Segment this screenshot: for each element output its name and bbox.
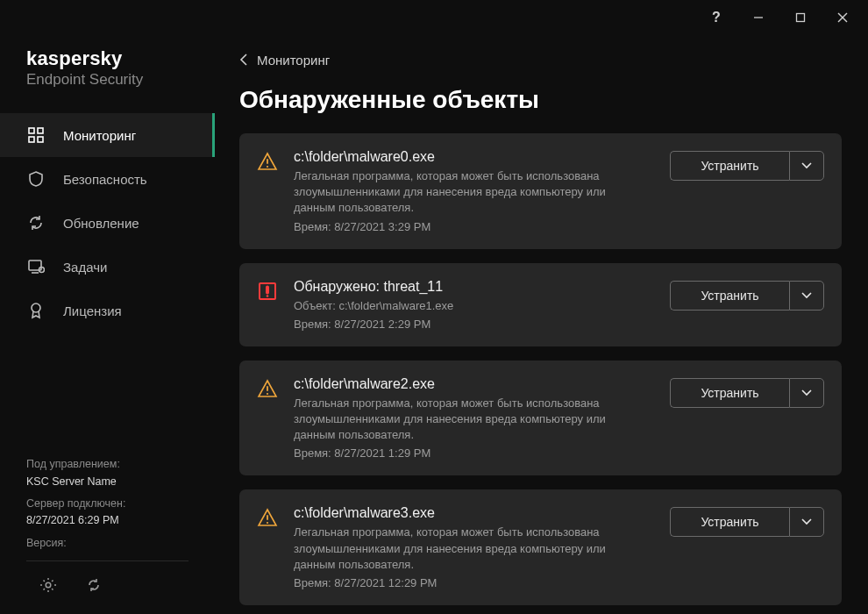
managed-by-value: KSC Server Name	[26, 474, 189, 490]
sidebar-nav: Мониторинг Безопасность Обновление	[0, 113, 215, 332]
threat-time: Время:8/27/2021 12:29 PM	[294, 576, 654, 589]
refresh-icon	[26, 213, 46, 232]
svg-rect-6	[29, 137, 34, 142]
resolve-split-button: Устранить	[670, 378, 824, 408]
severity-icon	[257, 149, 278, 233]
maximize-button[interactable]	[780, 4, 821, 32]
threat-card: c:\folder\malware3.exe Легальная програм…	[239, 489, 842, 605]
chevron-down-icon	[801, 389, 812, 396]
support-button[interactable]	[84, 575, 103, 595]
sidebar-item-label: Безопасность	[63, 172, 147, 187]
sidebar: kaspersky Endpoint Security Мониторинг	[0, 35, 215, 614]
version-label: Версия:	[26, 535, 189, 552]
svg-point-17	[267, 295, 269, 297]
divider	[26, 560, 189, 561]
resolve-dropdown-button[interactable]	[789, 507, 824, 537]
page-title: Обнаруженные объекты	[239, 86, 843, 114]
resolve-split-button: Устранить	[670, 151, 824, 181]
resolve-button[interactable]: Устранить	[670, 151, 789, 181]
close-button[interactable]	[822, 4, 863, 32]
sidebar-info: Под управлением: KSC Server Name Сервер …	[0, 456, 215, 560]
brand-name: kaspersky	[26, 47, 215, 70]
threat-card: c:\folder\malware0.exe Легальная програм…	[239, 133, 842, 249]
resolve-button[interactable]: Устранить	[670, 378, 789, 408]
svg-point-19	[267, 393, 268, 395]
svg-point-11	[32, 303, 40, 312]
resolve-button[interactable]: Устранить	[670, 281, 789, 311]
time-label: Время:	[294, 576, 334, 589]
server-connected-label: Сервер подключен:	[26, 496, 189, 512]
time-label: Время:	[294, 318, 334, 331]
svg-rect-7	[38, 137, 43, 142]
resolve-dropdown-button[interactable]	[789, 378, 824, 408]
svg-rect-4	[29, 128, 34, 133]
threat-time: Время:8/27/2021 1:29 PM	[294, 446, 654, 460]
svg-rect-1	[797, 14, 805, 22]
sidebar-item-update[interactable]: Обновление	[0, 201, 215, 245]
resolve-split-button: Устранить	[670, 281, 824, 311]
threat-title: c:\folder\malware0.exe	[294, 149, 654, 165]
brand-product: Endpoint Security	[26, 71, 215, 89]
svg-rect-13	[267, 159, 268, 164]
sidebar-item-label: Задачи	[63, 260, 107, 275]
threat-title: Обнаружено: threat_11	[294, 279, 654, 295]
svg-point-12	[46, 582, 51, 588]
managed-by-label: Под управлением:	[26, 456, 189, 473]
threat-card: Обнаружено: threat_11 Объект: c:\folder\…	[239, 263, 842, 346]
severity-icon	[257, 505, 278, 589]
threat-list[interactable]: c:\folder\malware0.exe Легальная програм…	[239, 133, 843, 614]
dashboard-icon	[26, 125, 46, 145]
main-panel: Мониторинг Обнаруженные объекты c:\folde…	[215, 35, 868, 614]
sidebar-item-monitoring[interactable]: Мониторинг	[0, 113, 215, 157]
threat-time: Время:8/27/2021 3:29 PM	[294, 220, 654, 233]
shield-icon	[26, 169, 46, 189]
svg-rect-5	[38, 128, 43, 133]
resolve-dropdown-button[interactable]	[789, 151, 824, 181]
tasks-icon	[26, 257, 46, 276]
severity-icon	[257, 376, 278, 460]
badge-icon	[26, 301, 46, 320]
threat-time: Время:8/27/2021 2:29 PM	[294, 318, 654, 331]
help-button[interactable]: ?	[696, 4, 736, 32]
svg-rect-18	[267, 386, 268, 391]
svg-point-21	[267, 522, 268, 524]
svg-point-14	[267, 166, 268, 168]
resolve-button[interactable]: Устранить	[670, 507, 789, 537]
threat-description: Легальная программа, которая может быть …	[294, 525, 644, 573]
minimize-button[interactable]	[738, 4, 779, 32]
chevron-down-icon	[801, 292, 812, 299]
chevron-down-icon	[801, 162, 812, 169]
sidebar-item-license[interactable]: Лицензия	[0, 289, 215, 332]
threat-card: c:\folder\malware2.exe Легальная програм…	[239, 361, 842, 476]
window-titlebar: ?	[0, 0, 868, 35]
svg-rect-20	[267, 515, 268, 520]
threat-description: Объект: c:\folder\malware1.exe	[294, 298, 644, 314]
sidebar-item-label: Лицензия	[63, 303, 122, 318]
sidebar-item-tasks[interactable]: Задачи	[0, 245, 215, 289]
breadcrumb-label: Мониторинг	[257, 53, 330, 68]
chevron-down-icon	[801, 518, 812, 525]
brand: kaspersky Endpoint Security	[0, 46, 215, 108]
sidebar-item-label: Мониторинг	[63, 128, 136, 143]
resolve-split-button: Устранить	[670, 507, 824, 537]
chevron-left-icon	[239, 54, 248, 66]
resolve-dropdown-button[interactable]	[789, 281, 824, 311]
settings-button[interactable]	[39, 575, 58, 595]
threat-description: Легальная программа, которая может быть …	[294, 396, 644, 444]
time-label: Время:	[294, 220, 334, 233]
threat-title: c:\folder\malware2.exe	[294, 376, 654, 392]
threat-description: Легальная программа, которая может быть …	[294, 168, 644, 217]
svg-rect-16	[267, 286, 268, 293]
sidebar-item-security[interactable]: Безопасность	[0, 157, 215, 201]
breadcrumb-back[interactable]: Мониторинг	[239, 49, 330, 70]
server-connected-value: 8/27/2021 6:29 PM	[26, 512, 189, 529]
time-label: Время:	[294, 446, 334, 460]
sidebar-item-label: Обновление	[63, 216, 139, 231]
severity-icon	[257, 279, 278, 331]
threat-title: c:\folder\malware3.exe	[294, 505, 654, 521]
